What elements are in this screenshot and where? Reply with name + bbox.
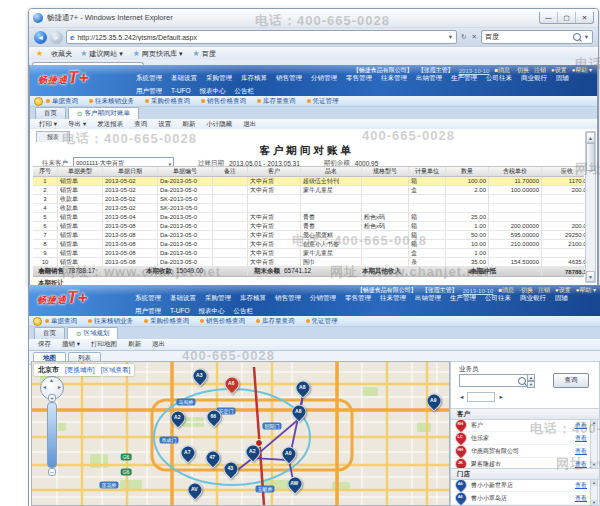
view-link[interactable]: 查看 — [575, 481, 587, 490]
main-menu-item[interactable]: 出纳管理 — [416, 74, 442, 83]
forward-button[interactable]: ► — [50, 31, 63, 44]
search-box[interactable]: 百度 ▾ — [481, 30, 593, 44]
main-menu-item[interactable]: T-UFO — [171, 87, 191, 96]
view-link[interactable]: 查看 — [575, 494, 587, 503]
main-menu-item[interactable]: 固辅 — [556, 74, 569, 83]
favorites-label[interactable]: 收藏夹 — [51, 49, 72, 59]
quick-link-item[interactable]: 销售价格查询 — [200, 317, 245, 326]
toolbar-button[interactable]: 刷新 — [128, 340, 141, 349]
tab-statement[interactable]: ⊙ 客户期间对账单 — [68, 107, 139, 119]
refresh-icon[interactable]: ↻ — [460, 33, 467, 41]
store-list-item[interactable]: A6 曾小小翠岛店 查看 — [451, 492, 591, 505]
tab-home[interactable]: 首页 — [35, 107, 66, 119]
url-field[interactable]: e http://125.35.5.242/ytsms/Default.aspx… — [66, 30, 457, 44]
favorites-item[interactable]: ★ 网页快讯库 ▾ — [133, 49, 183, 59]
zoom-out-icon[interactable]: − — [48, 468, 56, 476]
main-menu-item[interactable]: 公告栏 — [235, 87, 255, 96]
back-button[interactable]: ◄ — [34, 31, 47, 44]
toolbar-button[interactable]: 查询 — [134, 120, 147, 129]
main-menu-item[interactable]: 分销管理 — [310, 294, 336, 303]
table-row[interactable]: 8 销货单 2013-05-08 Da-2013-05-0 大中百货 创意小人书… — [33, 240, 584, 249]
store-list-item[interactable]: A6 曾小小新世界店 查看 — [451, 479, 591, 492]
staff-spinner[interactable]: ▲ ▼ — [527, 374, 535, 387]
table-row[interactable]: 9 销货单 2013-05-08 Da-2013-05-0 大中百货 蒙牛儿童星… — [33, 249, 584, 258]
toolbar-button[interactable]: 设置 — [158, 120, 171, 129]
main-menu-item[interactable]: 商业银行 — [520, 294, 546, 303]
main-menu-item[interactable]: T-UFO — [170, 307, 190, 316]
scroll-down-icon[interactable]: ▼ — [586, 271, 595, 282]
favorites-item[interactable]: ★ 建议网站 ▾ — [80, 49, 123, 59]
favorites-star-icon[interactable]: ★ — [36, 50, 43, 58]
customer-list-item[interactable]: LC 佳乐家 查看 — [451, 432, 591, 445]
quick-link-item[interactable]: 库存量查询 — [256, 317, 295, 326]
main-menu-item[interactable]: 生产管理 — [450, 294, 476, 303]
table-row[interactable]: 7 销货单 2013-05-08 Da-2013-05-0 大中百货 爱心黑蛋糕… — [33, 231, 584, 240]
main-menu-item[interactable]: 公告栏 — [234, 307, 254, 316]
pan-up-icon[interactable]: ▲ — [49, 378, 54, 383]
toolbar-button[interactable]: 打印地图 — [91, 340, 117, 349]
toolbar-button[interactable]: 退出 — [152, 340, 165, 349]
pan-left-icon[interactable]: ◄ — [42, 385, 47, 390]
main-menu-item[interactable]: 生产管理 — [451, 74, 477, 83]
main-menu-item[interactable]: 往来管理 — [380, 294, 406, 303]
table-row[interactable]: 5 销货单 2013-05-04 Da-2013-05-0 大中百货 青春 粉色… — [33, 213, 584, 222]
view-link[interactable]: 查看 — [575, 447, 587, 456]
staff-search-input[interactable] — [459, 374, 529, 387]
table-row[interactable]: 6 销货单 2013-05-08 Da-2013-05-0 大中百货 青春 粉色… — [33, 222, 584, 231]
quick-link-item[interactable]: 凭证管理 — [307, 97, 339, 106]
map-canvas[interactable]: 北京市 [更换城市] [区域查看] ▲ ▼ ◄ ► + − 马甸桥 安定门 — [31, 361, 450, 506]
url-dropdown-icon[interactable]: ▾ — [448, 33, 453, 41]
main-menu-item[interactable]: 出纳管理 — [415, 294, 441, 303]
customer-list-scrollbar[interactable]: ▲ ▼ — [590, 419, 598, 469]
quick-link-item[interactable]: 往来核销业务 — [89, 97, 134, 106]
region-view-link[interactable]: [区域查看] — [101, 366, 131, 375]
scroll-down-icon[interactable]: ▼ — [591, 500, 597, 506]
main-menu-item[interactable]: 采购管理 — [206, 74, 232, 83]
quick-link-item[interactable]: 单据查询 — [45, 317, 77, 326]
customer-list-item[interactable]: KH 客户 查看 — [451, 419, 591, 432]
table-row[interactable]: 2 销货单 2013-05-02 Da-2013-05-0 大中百货 蒙牛儿童星… — [33, 186, 584, 195]
zoom-in-icon[interactable]: + — [48, 394, 56, 402]
quick-link-item[interactable]: 单据查询 — [46, 97, 78, 106]
maximize-button[interactable]: ▢ — [557, 12, 575, 23]
toolbar-button[interactable]: 导出 ▾ — [68, 120, 86, 129]
tab-region-plan[interactable]: ⊙ 区域规划 — [67, 327, 118, 339]
main-menu-item[interactable]: 分销管理 — [311, 74, 337, 83]
report-scrollbar[interactable]: ▲ ▼ — [585, 131, 596, 283]
pager-next-icon[interactable]: ► — [498, 394, 503, 400]
scroll-up-icon[interactable]: ▲ — [591, 480, 597, 486]
view-link[interactable]: 查看 — [575, 421, 587, 430]
minimize-button[interactable]: — — [540, 12, 557, 23]
table-row[interactable]: 1 销货单 2013-05-02 Da-2013-05-0 大中百货 超级伍全特… — [33, 177, 584, 186]
spinner-down-icon[interactable]: ▼ — [527, 381, 535, 388]
toolbar-button[interactable]: 发送报表 — [97, 120, 123, 129]
main-menu-item[interactable]: 库存核算 — [241, 74, 267, 83]
quick-link-item[interactable]: 采购价格查询 — [144, 317, 189, 326]
search-icon[interactable] — [573, 33, 581, 41]
main-menu-item[interactable]: 固辅 — [555, 294, 568, 303]
scroll-up-icon[interactable]: ▲ — [591, 420, 597, 426]
view-link[interactable]: 查看 — [575, 434, 587, 443]
change-city-link[interactable]: [更换城市] — [65, 366, 95, 375]
main-menu-item[interactable]: 用户管理 — [136, 87, 162, 96]
map-zoom-slider[interactable]: + − — [47, 402, 57, 468]
close-button[interactable]: ✕ — [575, 12, 593, 23]
toolbar-button[interactable]: 保存 — [38, 340, 51, 349]
sheet-tab[interactable]: 报表 — [36, 131, 70, 142]
spinner-up-icon[interactable]: ▲ — [527, 374, 535, 381]
main-menu-item[interactable]: 报表中心 — [200, 87, 226, 96]
toolbar-button[interactable]: 打印 ▾ — [39, 120, 57, 129]
table-row[interactable]: 4 收款单 2013-05-02 SK-2013-05-0 — [33, 204, 584, 213]
main-menu-item[interactable]: 零售管理 — [345, 294, 371, 303]
table-row[interactable]: 10 销货单 2013-05-08 Da-2013-05-0 大中百货 围巾 条… — [33, 258, 584, 267]
toolbar-button[interactable]: 小计隐藏 — [206, 120, 232, 129]
search-button[interactable]: 查询 — [553, 373, 589, 388]
main-menu-item[interactable]: 基础设置 — [171, 74, 197, 83]
quick-link-item[interactable]: 往来核销业务 — [88, 317, 133, 326]
main-menu-item[interactable]: 系统管理 — [135, 294, 161, 303]
main-menu-item[interactable]: 商业银行 — [521, 74, 547, 83]
main-menu-item[interactable]: 公司往来 — [485, 294, 511, 303]
main-menu-item[interactable]: 基础设置 — [170, 294, 196, 303]
tab-home[interactable]: 首页 — [34, 327, 65, 339]
ie-titlebar[interactable]: 畅捷通7+ - Windows Internet Explorer — ▢ ✕ — [29, 9, 598, 28]
